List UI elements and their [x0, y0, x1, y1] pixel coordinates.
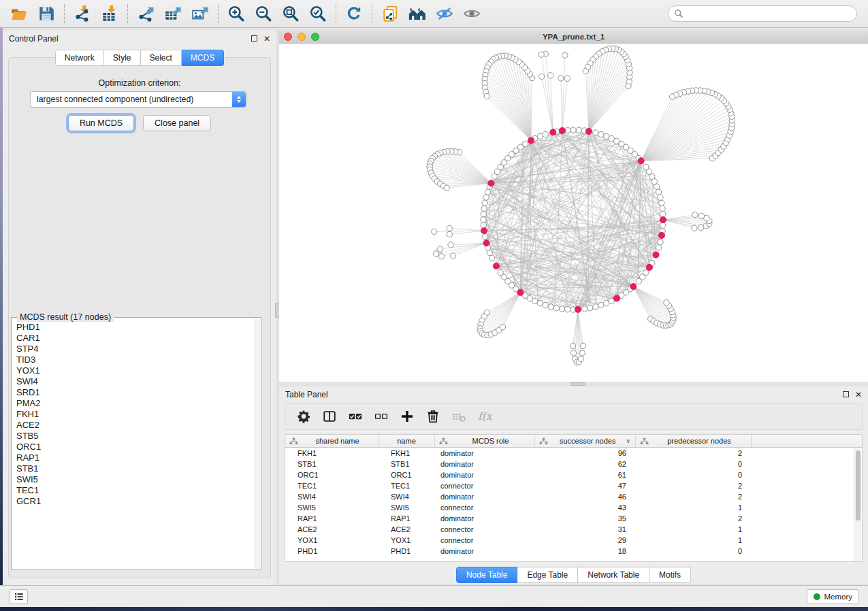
table-row[interactable]: TEC1TEC1connector472 — [285, 480, 862, 491]
new-network-from-selection-button[interactable] — [376, 2, 404, 25]
table-panel: Table Panel ✕ f(x) shared namenameMCDS r… — [279, 386, 868, 584]
split-columns-button[interactable] — [318, 406, 341, 427]
table-row[interactable]: ACE2ACE2connector311 — [285, 524, 862, 535]
table-cell: dominator — [435, 491, 535, 502]
result-list-item[interactable]: PMA2 — [13, 398, 255, 409]
splitter-grip[interactable] — [570, 382, 585, 386]
close-panel-button[interactable]: Close panel — [143, 115, 211, 131]
criterion-selected-value: largest connected component (undirected) — [31, 95, 232, 104]
main-toolbar — [0, 0, 868, 28]
tab-network[interactable]: Network — [55, 50, 104, 66]
tab-edge-table[interactable]: Edge Table — [517, 567, 578, 583]
table-row[interactable]: FKH1FKH1dominator962 — [285, 448, 862, 459]
result-list-item[interactable]: SWI5 — [13, 474, 255, 485]
open-file-button[interactable] — [5, 2, 33, 25]
export-table-button[interactable] — [159, 2, 187, 25]
result-list-item[interactable]: STB5 — [13, 431, 255, 442]
open-file-icon — [10, 5, 28, 22]
search-box — [668, 5, 857, 22]
horizontal-splitter[interactable] — [279, 382, 868, 386]
close-panel-icon[interactable]: ✕ — [855, 391, 862, 399]
result-list-item[interactable]: TEC1 — [13, 485, 255, 496]
column-header-MCDS-role[interactable]: MCDS role — [435, 435, 535, 447]
table-cell: YOX1 — [285, 535, 379, 546]
table-cell: 2 — [636, 513, 752, 524]
zoom-selected-button[interactable] — [304, 2, 332, 25]
result-list-item[interactable]: CAR1 — [13, 333, 255, 344]
table-row[interactable]: PHD1PHD1dominator180 — [285, 546, 862, 557]
export-image-button[interactable] — [187, 2, 214, 25]
table-cell: RAP1 — [379, 513, 435, 524]
table-cell: 0 — [636, 459, 752, 469]
show-hidden-button[interactable] — [458, 2, 485, 25]
result-list-item[interactable]: TID3 — [13, 354, 255, 365]
export-network-button[interactable] — [132, 2, 159, 25]
tab-style[interactable]: Style — [104, 50, 141, 66]
table-row[interactable]: YOX1YOX1connector291 — [285, 535, 862, 546]
table-row[interactable]: ORC1ORC1dominator610 — [285, 469, 862, 480]
result-list-scrollbar[interactable] — [255, 318, 260, 569]
sort-chevron-icon[interactable]: ∨ — [626, 437, 630, 444]
result-list-item[interactable]: RAP1 — [13, 452, 255, 463]
optimization-criterion-select[interactable]: largest connected component (undirected) — [30, 91, 246, 108]
maximize-window-icon[interactable] — [311, 33, 319, 41]
table-tabs: Node TableEdge TableNetwork TableMotifs — [279, 567, 868, 583]
zoom-in-button[interactable] — [223, 2, 250, 25]
memory-button[interactable]: Memory — [807, 589, 859, 604]
column-header-name[interactable]: name — [379, 435, 435, 447]
float-window-icon[interactable] — [251, 35, 257, 42]
deselect-all-rows-button[interactable] — [370, 406, 393, 427]
first-neighbors-button[interactable] — [404, 2, 431, 25]
result-list-item[interactable]: SWI4 — [13, 376, 255, 387]
column-header-successor-nodes[interactable]: successor nodes∨ — [535, 435, 636, 447]
import-network-icon — [74, 5, 91, 22]
tab-network-table[interactable]: Network Table — [578, 567, 649, 583]
table-row[interactable]: SWI5SWI5connector431 — [285, 502, 862, 513]
column-header-shared-name[interactable]: shared name — [285, 435, 379, 447]
float-window-icon[interactable] — [843, 391, 849, 397]
table-row[interactable]: RAP1RAP1dominator352 — [285, 513, 862, 524]
network-canvas[interactable] — [279, 44, 868, 381]
import-network-button[interactable] — [69, 2, 96, 25]
close-panel-icon[interactable]: ✕ — [263, 35, 270, 43]
result-list-item[interactable]: ORC1 — [13, 442, 255, 452]
table-cell: 62 — [535, 459, 636, 469]
tab-motifs[interactable]: Motifs — [649, 567, 691, 583]
table-row[interactable]: SWI4SWI4dominator462 — [285, 491, 862, 502]
delete-column-button[interactable] — [421, 406, 445, 427]
app-window: { "toolbar": { "groups": [ ["open-file",… — [0, 0, 868, 611]
result-list-item[interactable]: FKH1 — [13, 409, 255, 420]
result-list-item[interactable]: PHD1 — [13, 322, 255, 333]
add-column-button[interactable] — [396, 406, 419, 427]
zoom-out-button[interactable] — [250, 2, 277, 25]
result-list-item[interactable]: SRD1 — [13, 387, 255, 398]
gear-button[interactable] — [292, 406, 315, 427]
table-scrollbar[interactable] — [854, 448, 861, 561]
tab-select[interactable]: Select — [141, 50, 182, 66]
tab-mcds[interactable]: MCDS — [182, 50, 224, 66]
zoom-fit-button[interactable] — [277, 2, 304, 25]
import-table-button[interactable] — [96, 2, 123, 25]
result-list-item[interactable]: YOX1 — [13, 365, 255, 376]
result-list-item[interactable]: STB1 — [13, 463, 255, 474]
result-list-item[interactable]: GCR1 — [13, 496, 255, 507]
result-list-item[interactable]: STP4 — [13, 344, 255, 354]
run-mcds-button[interactable]: Run MCDS — [68, 115, 134, 131]
toolbar-separator — [218, 4, 219, 23]
save-session-button[interactable] — [33, 2, 60, 25]
table-row[interactable]: STB1STB1dominator620 — [285, 459, 862, 469]
result-list-item[interactable]: ACE2 — [13, 420, 255, 431]
table-scrollbar-thumb[interactable] — [856, 450, 861, 521]
first-neighbors-icon — [408, 5, 426, 22]
close-window-icon[interactable] — [284, 33, 292, 41]
search-input[interactable] — [687, 7, 851, 20]
minimize-window-icon[interactable] — [298, 33, 306, 41]
hide-selected-button[interactable] — [431, 2, 458, 25]
task-history-button[interactable] — [10, 589, 28, 604]
select-all-rows-button[interactable] — [344, 406, 367, 427]
refresh-button[interactable] — [340, 2, 368, 25]
table-cell: 96 — [535, 448, 636, 459]
column-header-predecessor-nodes[interactable]: predecessor nodes — [636, 435, 752, 447]
tab-node-table[interactable]: Node Table — [456, 567, 518, 583]
control-panel-title: Control Panel — [9, 34, 59, 44]
